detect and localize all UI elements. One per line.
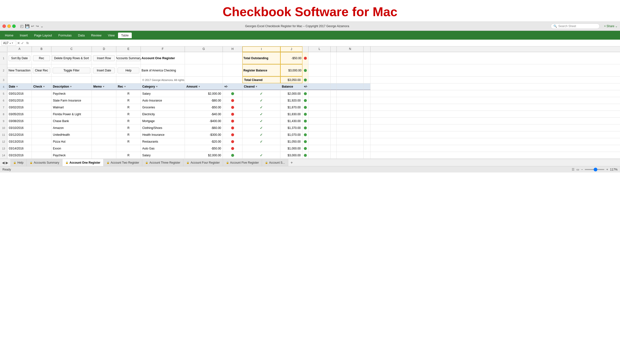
cell-rec-12[interactable]: R <box>116 138 141 145</box>
cell-amount-7[interactable]: -$50.00 <box>185 104 223 111</box>
cell-cat-12[interactable]: Restaurants <box>141 138 185 145</box>
more-icon[interactable]: ⌄ <box>40 24 44 28</box>
zoom-in-icon[interactable]: + <box>606 168 608 171</box>
cell-cleared-14[interactable]: ✓ <box>242 152 280 159</box>
cell-cat-5[interactable]: Salary <box>141 90 185 97</box>
insert-date-button[interactable]: Insert Date <box>93 68 115 73</box>
redo-icon[interactable]: ↪ <box>36 24 39 28</box>
sidebar-toggle-icon[interactable]: ◰ <box>20 24 24 28</box>
cell-date-9[interactable]: 03/08/2016 <box>7 118 32 124</box>
zoom-out-icon[interactable]: − <box>581 168 583 171</box>
cell-cleared-12[interactable]: ✓ <box>242 138 280 145</box>
cell-amount-14[interactable]: $2,000.00 <box>185 152 223 159</box>
cell-check-6[interactable] <box>32 97 51 104</box>
cell-C1[interactable]: Delete Empty Rows & Sort <box>51 52 92 64</box>
cell-memo-8[interactable] <box>92 111 116 117</box>
ribbon-tab-data[interactable]: Data <box>75 32 87 38</box>
cell-memo-13[interactable] <box>92 145 116 152</box>
cell-desc-6[interactable]: State Farm Insurance <box>51 97 92 104</box>
ribbon-tab-table[interactable]: Table <box>118 32 131 38</box>
ribbon-tab-home[interactable]: Home <box>2 32 16 38</box>
new-transaction-button[interactable]: New Transaction <box>7 68 32 73</box>
cell-check-7[interactable] <box>32 104 51 111</box>
sheet-tab-account-three-register[interactable]: 🔒Account Three Register <box>142 159 183 166</box>
cell-desc-13[interactable]: Exxon <box>51 145 92 152</box>
cell-desc-9[interactable]: Chase Bank <box>51 118 92 124</box>
page-view-icon[interactable]: ▭ <box>576 168 579 171</box>
cell-check-13[interactable] <box>32 145 51 152</box>
cell-cleared-7[interactable]: ✓ <box>242 104 280 111</box>
cell-D1[interactable]: Insert Row <box>92 52 116 64</box>
cell-cleared-8[interactable]: ✓ <box>242 111 280 117</box>
cell-check-9[interactable] <box>32 118 51 124</box>
cell-date-6[interactable]: 03/01/2016 <box>7 97 32 104</box>
help-button[interactable]: Help <box>118 68 139 73</box>
cell-memo-5[interactable] <box>92 90 116 97</box>
cell-memo-11[interactable] <box>92 131 116 138</box>
cell-A2[interactable]: New Transaction <box>7 64 32 76</box>
cell-date-12[interactable]: 03/13/2016 <box>7 138 32 145</box>
cell-desc-12[interactable]: Pizza Hut <box>51 138 92 145</box>
cell-cat-10[interactable]: Clothing/Shoes <box>141 125 185 131</box>
tab-next-icon[interactable]: ▶ <box>6 161 8 165</box>
cell-amount-8[interactable]: -$40.00 <box>185 111 223 117</box>
ribbon-tab-review[interactable]: Review <box>88 32 105 38</box>
cell-rec-13[interactable] <box>116 145 141 152</box>
cell-memo-12[interactable] <box>92 138 116 145</box>
cell-amount-9[interactable]: -$400.00 <box>185 118 223 124</box>
cell-check-5[interactable] <box>32 90 51 97</box>
ribbon-tab-page-layout[interactable]: Page Layout <box>31 32 55 38</box>
sort-by-date-button[interactable]: Sort By Date <box>9 55 30 61</box>
cell-cleared-9[interactable]: ✓ <box>242 118 280 124</box>
grid-view-icon[interactable]: ☷ <box>572 168 574 171</box>
date-dropdown-icon[interactable]: ▼ <box>16 85 18 88</box>
cell-desc-5[interactable]: Paycheck <box>51 90 92 97</box>
toggle-filter-button[interactable]: Toggle Filter <box>53 68 90 73</box>
maximize-btn[interactable] <box>12 25 16 28</box>
cell-cleared-13[interactable] <box>242 145 280 152</box>
sheet-tab-account-two-register[interactable]: 🔒Account Two Register <box>104 159 142 166</box>
header-rec[interactable]: Rec ▼ <box>116 83 141 90</box>
desc-dropdown-icon[interactable]: ▼ <box>70 85 72 88</box>
cell-rec-5[interactable]: R <box>116 90 141 97</box>
rec-button[interactable]: Rec <box>33 55 50 61</box>
share-button[interactable]: + Share ⌄ <box>604 25 618 28</box>
cell-check-14[interactable] <box>32 152 51 159</box>
cell-date-8[interactable]: 03/05/2016 <box>7 111 32 117</box>
cell-rec-9[interactable]: R <box>116 118 141 124</box>
sheet-tab-help[interactable]: 🔒Help <box>10 159 27 166</box>
cell-cat-6[interactable]: Auto Insurance <box>141 97 185 104</box>
sheet-tab-account-four-register[interactable]: 🔒Account Four Register <box>183 159 223 166</box>
cell-cleared-10[interactable]: ✓ <box>242 125 280 131</box>
cell-rec-11[interactable]: R <box>116 131 141 138</box>
cleared-dropdown-icon[interactable]: ▼ <box>255 85 258 88</box>
insert-row-button[interactable]: Insert Row <box>93 55 115 61</box>
delete-empty-button[interactable]: Delete Empty Rows & Sort <box>52 55 91 61</box>
cell-reference[interactable]: A17 ▲▼ <box>1 41 16 45</box>
header-date[interactable]: Date ▼ <box>7 83 32 90</box>
clear-rec-button[interactable]: Clear Rec <box>33 68 50 73</box>
sheet-tab-account-one-register[interactable]: 🔒Account One Register <box>62 159 104 166</box>
cell-memo-6[interactable] <box>92 97 116 104</box>
memo-dropdown-icon[interactable]: ▼ <box>103 85 105 88</box>
cell-cleared-5[interactable]: ✓ <box>242 90 280 97</box>
ribbon-tab-formulas[interactable]: Formulas <box>55 32 75 38</box>
header-memo[interactable]: Memo ▼ <box>92 83 116 90</box>
sheet-tab-accounts-summary[interactable]: 🔒Accounts Summary <box>27 159 62 166</box>
cell-B1[interactable]: Rec <box>32 52 51 64</box>
cell-desc-11[interactable]: UnitedHealth <box>51 131 92 138</box>
confirm-formula-icon[interactable]: ✓ <box>21 41 24 45</box>
save-icon[interactable]: 💾 <box>25 24 30 28</box>
cell-cat-13[interactable]: Auto Gas <box>141 145 185 152</box>
ribbon-tab-view[interactable]: View <box>105 32 118 38</box>
amount-dropdown-icon[interactable]: ▼ <box>198 85 200 88</box>
cell-date-11[interactable]: 03/12/2016 <box>7 131 32 138</box>
cell-date-13[interactable]: 03/14/2016 <box>7 145 32 152</box>
cell-check-10[interactable] <box>32 125 51 131</box>
cell-amount-11[interactable]: -$300.00 <box>185 131 223 138</box>
header-check[interactable]: Check ▼ <box>32 83 51 90</box>
cell-date-5[interactable]: 03/01/2016 <box>7 90 32 97</box>
header-description[interactable]: Description ▼ <box>51 83 92 90</box>
cell-A1[interactable]: Sort By Date <box>7 52 32 64</box>
cell-desc-8[interactable]: Florida Power & Light <box>51 111 92 117</box>
